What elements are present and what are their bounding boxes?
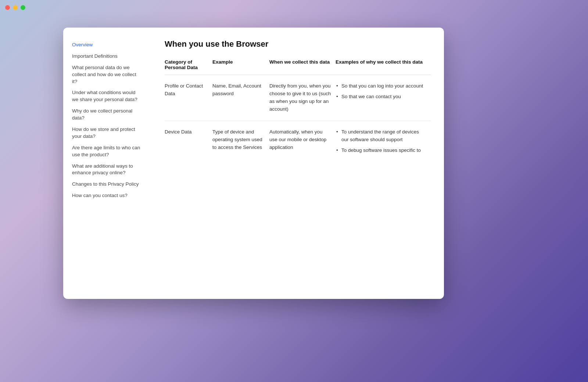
modal-dialog: OverviewImportant DefinitionsWhat person… (63, 28, 444, 299)
sidebar-item-what-personal-data[interactable]: What personal data do we collect and how… (72, 62, 143, 88)
minimize-button[interactable] (13, 5, 18, 10)
sidebar-item-additional-ways[interactable]: What are additional ways to enhance priv… (72, 161, 143, 179)
cell-when: Automatically, when you use our mobile o… (269, 121, 336, 161)
cell-why: To understand the range of devices our s… (336, 121, 431, 161)
cell-category: Profile or Contact Data (165, 75, 212, 121)
why-item: To debug software issues specific to (336, 147, 426, 154)
traffic-lights (5, 5, 25, 10)
sidebar-item-why-collect[interactable]: Why do we collect personal data? (72, 106, 143, 124)
sidebar-nav: OverviewImportant DefinitionsWhat person… (72, 39, 143, 201)
page-title: When you use the Browser (165, 39, 431, 49)
close-button[interactable] (5, 5, 10, 10)
data-table: Category of Personal Data Example When w… (165, 59, 431, 161)
sidebar-item-how-store[interactable]: How do we store and protect your data? (72, 124, 143, 142)
sidebar-item-important-definitions[interactable]: Important Definitions (72, 51, 143, 62)
sidebar-item-under-what-conditions[interactable]: Under what conditions would we share you… (72, 87, 143, 106)
why-item: To understand the range of devices our s… (336, 128, 426, 144)
maximize-button[interactable] (21, 5, 25, 10)
sidebar: OverviewImportant DefinitionsWhat person… (63, 28, 151, 299)
col-header-category: Category of Personal Data (165, 59, 212, 75)
sidebar-item-changes[interactable]: Changes to this Privacy Policy (72, 179, 143, 190)
cell-example: Name, Email, Account password (212, 75, 269, 121)
why-item: So that you can log into your account (336, 82, 426, 90)
col-header-when: When we collect this data (269, 59, 336, 75)
cell-why: So that you can log into your accountSo … (336, 75, 431, 121)
sidebar-item-contact[interactable]: How can you contact us? (72, 190, 143, 201)
sidebar-item-overview[interactable]: Overview (72, 39, 143, 51)
col-header-why: Examples of why we collect this data (336, 59, 431, 75)
col-header-example: Example (212, 59, 269, 75)
cell-category: Device Data (165, 121, 212, 161)
cell-when: Directly from you, when you choose to gi… (269, 75, 336, 121)
table-row: Profile or Contact DataName, Email, Acco… (165, 75, 431, 121)
main-content: When you use the Browser Category of Per… (151, 28, 444, 299)
why-item: So that we can contact you (336, 93, 426, 101)
cell-example: Type of device and operating system used… (212, 121, 269, 161)
table-row: Device DataType of device and operating … (165, 121, 431, 161)
sidebar-item-age-limits[interactable]: Are there age limits to who can use the … (72, 142, 143, 161)
